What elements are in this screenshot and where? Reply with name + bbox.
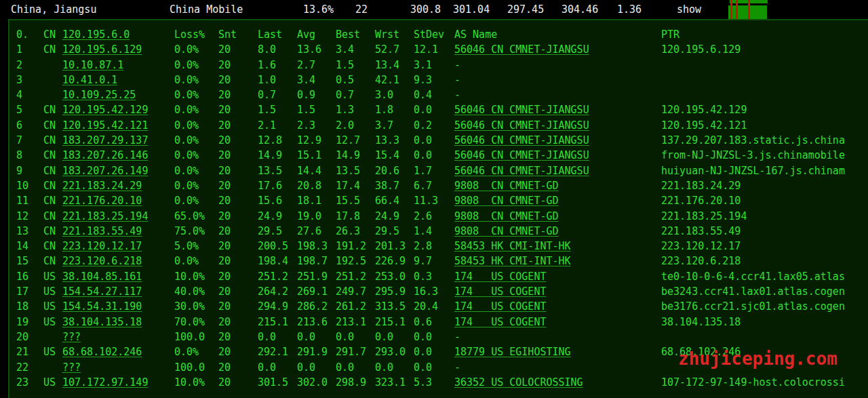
hop-snt-cell: 20 [218,284,231,299]
hop-wrst-cell: 66.4 [375,193,399,208]
hop-best-cell: 0.0 [336,330,354,344]
hop-ip-link[interactable]: ??? [62,330,81,344]
hop-asn-link[interactable]: 56046 CN CMNET-JIANGSU [454,42,589,57]
hop-no-cell: 10 [16,178,28,193]
hop-ip-link[interactable]: 154.54.31.190 [62,299,142,314]
hop-avg-cell: 0.9 [297,87,315,102]
histogram-loss-mark [730,0,732,19]
hop-no-cell: 9 [16,163,22,178]
hop-ptr-cell: from-NJ-JNZSL-3.js.chinamobile [661,148,845,163]
hop-ip-link[interactable]: 183.207.26.146 [62,148,148,163]
hop-stdev-cell: 2.6 [414,209,432,224]
hop-asn-link[interactable]: 174 US COGENT [454,284,546,299]
hop-ip-link[interactable]: 10.109.25.25 [62,87,136,102]
hop-snt-cell: 20 [218,269,231,284]
hop-cc-cell: CN [43,163,56,178]
hop-stdev-cell: 0.3 [414,269,432,284]
hop-ip-link[interactable]: 68.68.102.246 [62,344,142,359]
hop-best-cell: 0.0 [336,360,354,375]
hop-wrst-cell: 13.4 [375,58,399,73]
watermark: zhujiceping.com [678,349,837,369]
hop-no-cell: 5 [16,102,22,117]
hop-ip-link[interactable]: 120.195.42.121 [62,118,148,133]
hop-avg-cell: 198.7 [297,254,328,268]
hop-ip-link[interactable]: ??? [62,360,81,375]
hop-stdev-cell: 0.6 [414,315,432,330]
hop-no-cell: 16 [16,269,28,284]
hop-best-cell: 213.1 [336,315,366,330]
hop-ip-link[interactable]: 221.183.25.194 [62,209,148,224]
hop-wrst-cell: 24.9 [375,209,399,224]
hop-asn-link[interactable]: 56046 CN CMNET-JIANGSU [454,118,589,133]
trace-row: 9CN183.207.26.1490.0%2013.514.413.520.61… [9,163,868,178]
hop-last-cell: 251.2 [258,269,288,284]
hop-ip-link[interactable]: 221.176.20.10 [62,193,142,208]
hop-loss-cell: 75.0% [174,224,205,239]
hop-best-cell: 251.2 [336,269,366,284]
hop-cc-cell: CN [43,193,56,208]
hop-asn-link[interactable]: 56046 CN CMNET-JIANGSU [454,133,589,148]
hop-wrst-cell: Wrst [375,27,399,42]
hop-asn-link[interactable]: 56046 CN CMNET-JIANGSU [454,163,589,178]
hop-ptr-cell: huiyuan-NJ-JNZSL-167.js.chinam [661,163,845,178]
hop-avg-cell: 269.1 [297,284,328,299]
hop-ip-link[interactable]: 183.207.26.149 [62,163,148,178]
trace-row: 410.109.25.250.0%200.70.90.73.00.4- [9,87,868,102]
hop-asn-cell: - [454,87,460,102]
hop-ip-link[interactable]: 120.195.6.129 [62,42,142,57]
hop-asn-cell: - [454,330,460,344]
trace-table: 0.CN120.195.6.0Loss%SntLastAvgBestWrstSt… [8,19,868,398]
hop-ip-link[interactable]: 38.104.85.161 [62,269,142,284]
hop-asn-link[interactable]: 9808 CN CMNET-GD [454,209,559,224]
hop-no-cell: 13 [16,224,28,239]
hop-wrst-cell: 1.8 [375,102,393,117]
hop-asn-link[interactable]: 174 US COGENT [454,299,546,314]
hop-loss-cell: Loss% [174,27,205,42]
hop-ip-link[interactable]: 223.120.12.17 [62,239,142,254]
hop-snt-cell: 20 [218,239,231,254]
hop-ip-link[interactable]: 120.195.42.129 [62,102,148,117]
hop-ip-link[interactable]: 221.183.55.49 [62,224,142,239]
hop-asn-link[interactable]: 58453 HK CMI-INT-HK [454,254,571,268]
hop-wrst-cell: 313.5 [375,299,406,314]
hop-no-cell: 23 [16,375,28,390]
hop-ip-link[interactable]: 38.104.135.18 [62,315,142,330]
hop-no-cell: 3 [16,73,22,87]
hop-avg-cell: 302.0 [297,375,328,390]
hop-ptr-cell: 221.183.25.194 [661,209,747,224]
hop-asn-link[interactable]: 18779 US EGIHOSTING [454,344,571,359]
hop-ip-link[interactable]: 10.41.0.1 [62,73,117,87]
hop-asn-link[interactable]: 9808 CN CMNET-GD [454,193,559,208]
summary-last: 300.8 [410,3,441,16]
hop-ip-link[interactable]: 223.120.6.218 [62,254,142,268]
hop-ip-link[interactable]: 120.195.6.0 [62,27,130,42]
hop-loss-cell: 0.0% [174,58,199,73]
hop-cc-cell: CN [43,178,56,193]
hop-ip-link[interactable]: 10.10.87.1 [62,58,123,73]
hop-best-cell: 298.9 [336,375,366,390]
hop-avg-cell: 291.9 [297,344,328,359]
show-link[interactable]: show [677,3,701,16]
hop-ip-link[interactable]: 221.183.24.29 [62,178,142,193]
hop-wrst-cell: 3.0 [375,87,393,102]
hop-asn-link[interactable]: 9808 CN CMNET-GD [454,178,559,193]
hop-ptr-cell: te0-10-0-6-4.ccr41.lax05.atlas [661,269,845,284]
hop-asn-link[interactable]: 174 US COGENT [454,269,546,284]
hop-best-cell: 13.5 [336,163,360,178]
hop-asn-link[interactable]: 9808 CN CMNET-GD [454,224,559,239]
hop-avg-cell: 14.4 [297,163,321,178]
hop-asn-link[interactable]: 36352 US COLOCROSSING [454,375,583,390]
hop-ip-link[interactable]: 107.172.97.149 [62,375,148,390]
hop-ip-link[interactable]: 154.54.27.117 [62,284,142,299]
hop-asn-link[interactable]: 56046 CN CMNET-JIANGSU [454,102,589,117]
histogram-loss-mark [748,0,750,19]
hop-best-cell: 17.8 [336,209,360,224]
hop-wrst-cell: 293.0 [375,344,406,359]
hop-ip-link[interactable]: 183.207.29.137 [62,133,148,148]
hop-asn-link[interactable]: 174 US COGENT [454,315,546,330]
hop-asn-link[interactable]: 56046 CN CMNET-JIANGSU [454,148,589,163]
hop-last-cell: 14.9 [258,148,282,163]
latency-histogram-icon[interactable] [728,0,768,19]
hop-asn-link[interactable]: 58453 HK CMI-INT-HK [454,239,571,254]
hop-last-cell: 0.0 [258,360,276,375]
